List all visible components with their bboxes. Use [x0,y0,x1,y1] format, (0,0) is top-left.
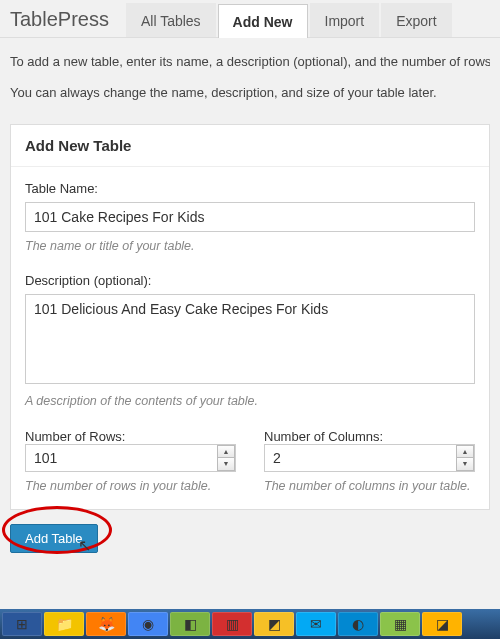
panel-heading: Add New Table [11,125,489,167]
taskbar-item-7[interactable]: ✉ [296,612,336,636]
columns-step-up[interactable]: ▲ [456,445,474,458]
rows-label: Number of Rows: [25,429,125,444]
tab-import[interactable]: Import [310,3,380,37]
brand-title: TablePress [0,0,124,37]
rows-input[interactable] [25,444,236,472]
rows-step-down[interactable]: ▼ [217,457,235,471]
description-input[interactable] [25,294,475,384]
tab-add-new[interactable]: Add New [218,4,308,38]
intro-line-1: To add a new table, enter its name, a de… [10,52,490,73]
columns-input[interactable] [264,444,475,472]
taskbar-item-8[interactable]: ◐ [338,612,378,636]
tab-bar: All Tables Add New Import Export [124,0,452,37]
table-name-label: Table Name: [25,181,475,196]
taskbar-item-5[interactable]: ▥ [212,612,252,636]
tab-export[interactable]: Export [381,3,451,37]
description-hint: A description of the contents of your ta… [25,393,475,411]
columns-spinner: ▲ ▼ [456,445,474,471]
columns-label: Number of Columns: [264,429,383,444]
rows-spinner: ▲ ▼ [217,445,235,471]
columns-step-down[interactable]: ▼ [456,457,474,471]
windows-taskbar: ⊞📁🦊◉◧▥◩✉◐▦◪ [0,609,500,639]
add-table-button[interactable]: Add Table [10,524,98,553]
taskbar-item-10[interactable]: ◪ [422,612,462,636]
tab-all-tables[interactable]: All Tables [126,3,216,37]
taskbar-item-1[interactable]: 📁 [44,612,84,636]
taskbar-item-9[interactable]: ▦ [380,612,420,636]
table-name-input[interactable] [25,202,475,232]
columns-hint: The number of columns in your table. [264,478,475,496]
taskbar-item-4[interactable]: ◧ [170,612,210,636]
taskbar-item-2[interactable]: 🦊 [86,612,126,636]
rows-hint: The number of rows in your table. [25,478,236,496]
table-name-hint: The name or title of your table. [25,238,475,256]
description-label: Description (optional): [25,273,475,288]
add-new-table-panel: Add New Table Table Name: The name or ti… [10,124,490,511]
taskbar-item-6[interactable]: ◩ [254,612,294,636]
taskbar-item-0[interactable]: ⊞ [2,612,42,636]
intro-block: To add a new table, enter its name, a de… [0,38,500,120]
rows-step-up[interactable]: ▲ [217,445,235,458]
intro-line-2: You can always change the name, descript… [10,83,490,104]
taskbar-item-3[interactable]: ◉ [128,612,168,636]
